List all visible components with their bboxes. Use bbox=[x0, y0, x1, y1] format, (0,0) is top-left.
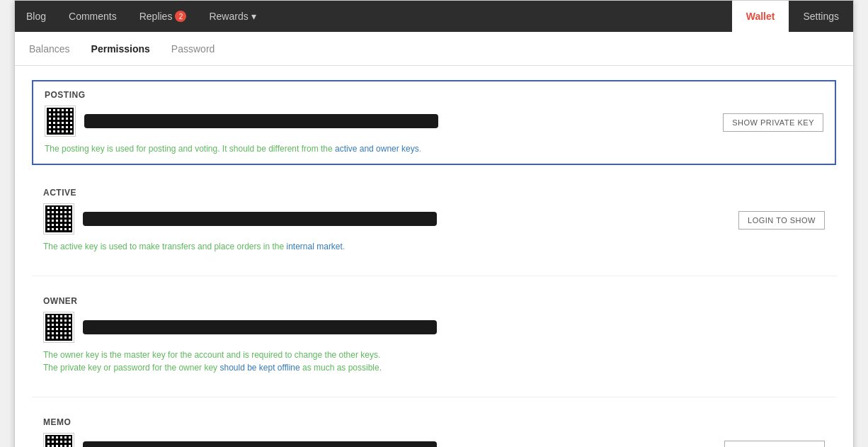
memo-qr-code bbox=[43, 433, 74, 447]
nav-comments-label: Comments bbox=[69, 11, 117, 22]
content-area: POSTING The posting key is used for post… bbox=[15, 66, 853, 447]
tab-balances[interactable]: Balances bbox=[29, 40, 70, 57]
tab-permissions[interactable]: Permissions bbox=[91, 40, 150, 57]
posting-qr-code bbox=[45, 106, 76, 137]
divider-1 bbox=[32, 276, 836, 276]
active-key-description: The active key is used to make transfers… bbox=[43, 240, 825, 253]
owner-key-label: OWNER bbox=[43, 296, 825, 306]
nav-blog[interactable]: Blog bbox=[15, 1, 57, 32]
owner-key-description: The owner key is the master key for the … bbox=[43, 349, 825, 374]
nav-replies[interactable]: Replies 2 bbox=[128, 1, 198, 32]
memo-qr-inner bbox=[45, 435, 72, 447]
owner-key-row bbox=[43, 312, 825, 343]
tab-password[interactable]: Password bbox=[171, 40, 215, 57]
memo-key-section: MEMO The memo key is used to create and … bbox=[32, 409, 836, 447]
active-qr-code bbox=[43, 203, 74, 234]
divider-2 bbox=[32, 397, 836, 397]
tab-permissions-label: Permissions bbox=[91, 43, 150, 55]
active-key-label: ACTIVE bbox=[43, 188, 825, 198]
top-navigation: Blog Comments Replies 2 Rewards ▾ Wallet… bbox=[15, 1, 853, 32]
owner-desc-2: The private key or password for the owne… bbox=[43, 361, 825, 374]
nav-comments[interactable]: Comments bbox=[57, 1, 128, 32]
tab-password-label: Password bbox=[171, 43, 215, 55]
replies-badge: 2 bbox=[175, 11, 186, 22]
active-desc-start: The active key is used to make transfers… bbox=[43, 242, 287, 251]
nav-settings-label: Settings bbox=[803, 11, 839, 22]
active-qr-inner bbox=[45, 205, 72, 232]
nav-wallet[interactable]: Wallet bbox=[732, 1, 789, 32]
nav-right: Wallet Settings bbox=[732, 1, 853, 32]
owner-qr-inner bbox=[45, 314, 72, 341]
active-desc-end: . bbox=[343, 242, 345, 251]
posting-key-description: The posting key is used for posting and … bbox=[45, 142, 823, 155]
tab-balances-label: Balances bbox=[29, 43, 70, 55]
owner-desc-2-start: The private key or password for the owne… bbox=[43, 363, 219, 373]
owner-key-section: OWNER The owner key is the master key fo… bbox=[32, 288, 836, 383]
nav-blog-label: Blog bbox=[26, 11, 46, 22]
nav-left: Blog Comments Replies 2 Rewards ▾ bbox=[15, 1, 732, 32]
memo-key-row bbox=[43, 433, 825, 447]
active-desc-link: internal market bbox=[287, 242, 343, 251]
memo-key-blurred bbox=[83, 441, 437, 447]
posting-desc-link: active and owner keys bbox=[335, 144, 419, 154]
sub-navigation: Balances Permissions Password bbox=[15, 32, 853, 66]
posting-qr-inner bbox=[47, 108, 74, 135]
memo-key-label: MEMO bbox=[43, 417, 825, 427]
posting-key-section: POSTING The posting key is used for post… bbox=[32, 80, 836, 165]
owner-desc-2-end: as much as possible. bbox=[300, 363, 382, 373]
memo-show-private-key-button[interactable]: SHOW PRIVATE KEY bbox=[724, 441, 825, 447]
owner-key-blurred bbox=[83, 320, 437, 334]
active-key-section: ACTIVE The active key is used to make tr… bbox=[32, 179, 836, 261]
posting-key-row bbox=[45, 106, 823, 137]
nav-replies-label: Replies bbox=[139, 11, 173, 22]
posting-desc-normal: The posting key is used for posting and … bbox=[45, 144, 335, 154]
owner-qr-code bbox=[43, 312, 74, 343]
active-key-blurred bbox=[83, 212, 437, 226]
posting-key-blurred bbox=[84, 114, 438, 128]
owner-desc-1: The owner key is the master key for the … bbox=[43, 349, 825, 361]
nav-wallet-label: Wallet bbox=[746, 11, 775, 22]
main-window: Blog Comments Replies 2 Rewards ▾ Wallet… bbox=[14, 0, 854, 447]
active-key-row bbox=[43, 203, 825, 234]
active-login-to-show-button[interactable]: LOGIN TO SHOW bbox=[738, 211, 825, 230]
nav-settings[interactable]: Settings bbox=[789, 1, 853, 32]
posting-key-label: POSTING bbox=[45, 90, 823, 100]
posting-show-private-key-button[interactable]: SHOW PRIVATE KEY bbox=[723, 113, 823, 132]
nav-rewards[interactable]: Rewards ▾ bbox=[198, 1, 267, 32]
owner-desc-2-link: should be kept offline bbox=[219, 363, 299, 373]
posting-desc-end: . bbox=[419, 144, 421, 154]
nav-rewards-label: Rewards ▾ bbox=[209, 11, 256, 22]
